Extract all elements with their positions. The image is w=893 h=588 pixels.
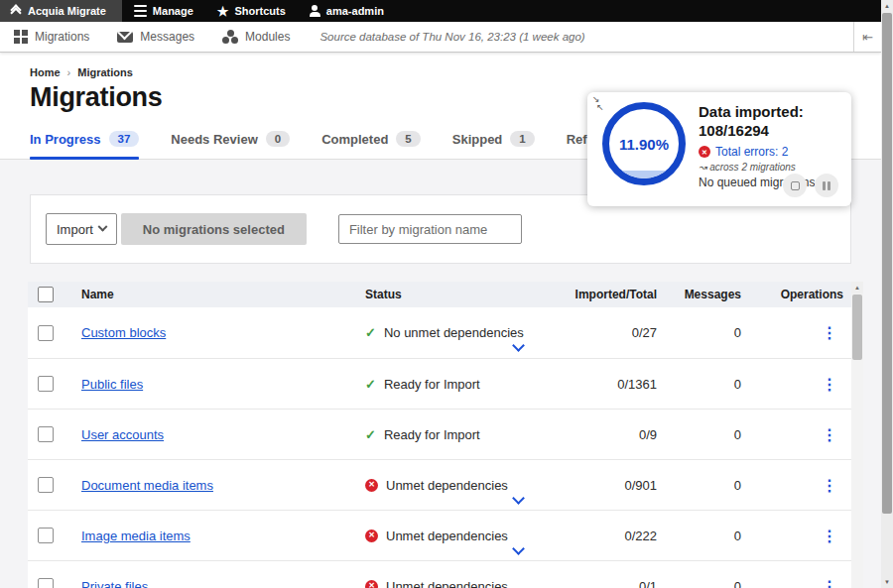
breadcrumb-separator: › — [67, 66, 71, 78]
user-icon — [310, 5, 320, 17]
total-errors-link[interactable]: ✕ Total errors: 2 — [699, 145, 845, 159]
kebab-menu-icon[interactable]: ⋮ — [822, 324, 837, 341]
double-chevron-up-icon — [10, 6, 22, 17]
progress-circle: 11.90% — [602, 102, 686, 185]
migration-name-link[interactable]: Document media items — [81, 478, 213, 493]
progress-percent: 11.90% — [609, 109, 679, 178]
collapse-overlay-icon[interactable]: ↘↖ — [592, 95, 604, 111]
chevron-down-icon — [97, 221, 107, 231]
messages-count: 0 — [657, 427, 741, 442]
imported-total-value: 0/9 — [574, 427, 657, 442]
header-status: Status — [365, 288, 574, 301]
star-icon: ★ — [217, 5, 229, 18]
imported-total-value: 0/1 — [574, 579, 657, 588]
header-imported-total: Imported/Total — [574, 288, 657, 301]
page-scrollbar[interactable]: ▲ ▼ — [881, 0, 893, 588]
status-chevron-down-icon[interactable] — [512, 492, 525, 505]
toolbar-item-migrations[interactable]: Migrations — [0, 22, 103, 52]
row-checkbox[interactable] — [38, 376, 54, 392]
selection-status-button[interactable]: No migrations selected — [121, 213, 307, 245]
logo-label: Acquia Migrate — [28, 5, 106, 17]
check-icon: ✓ — [365, 326, 376, 339]
imported-total-value: 0/222 — [574, 529, 657, 543]
check-icon: ✓ — [365, 428, 376, 441]
user-label: ama-admin — [326, 5, 384, 17]
data-imported-label: Data imported: — [699, 102, 845, 121]
table-row: Document media items ✕ Unmet dependencie… — [28, 459, 851, 510]
import-dropdown-button[interactable]: Import — [46, 213, 117, 245]
table-scrollbar-thumb[interactable] — [852, 294, 862, 360]
stop-import-button[interactable] — [783, 174, 807, 197]
select-all-checkbox[interactable] — [38, 287, 54, 302]
migration-name-link[interactable]: Image media items — [81, 529, 191, 543]
messages-count: 0 — [657, 478, 741, 493]
tab-skipped[interactable]: Skipped 1 — [452, 131, 535, 159]
migration-name-link[interactable]: Custom blocks — [81, 325, 166, 340]
tab-needs-review[interactable]: Needs Review 0 — [171, 131, 290, 159]
table-scroll-up-arrow-icon[interactable]: ▲ — [851, 282, 863, 294]
header-operations: Operations — [741, 288, 851, 301]
kebab-menu-icon[interactable]: ⋮ — [822, 426, 837, 443]
messages-count: 0 — [657, 529, 741, 543]
kebab-menu-icon[interactable]: ⋮ — [822, 528, 837, 544]
status-chevron-down-icon[interactable] — [512, 542, 525, 555]
error-icon: ✕ — [365, 479, 378, 492]
row-checkbox[interactable] — [38, 325, 54, 341]
import-label: Import — [57, 222, 93, 237]
row-checkbox[interactable] — [38, 477, 54, 493]
imported-total-value: 0/27 — [574, 325, 657, 340]
data-imported-count: 108/16294 — [699, 121, 845, 140]
lower-section: Import No migrations selected Name Statu… — [0, 160, 881, 588]
collapse-toolbar-button[interactable]: ⇤ — [853, 22, 881, 52]
status-text: Ready for Import — [384, 377, 480, 392]
row-checkbox[interactable] — [38, 426, 54, 442]
overlay-controls — [783, 174, 838, 197]
page-scrollbar-thumb[interactable] — [882, 13, 892, 514]
table-row: Custom blocks ✓ No unmet dependencies 0/… — [28, 307, 851, 358]
row-checkbox[interactable] — [38, 528, 54, 543]
toolbar-item-messages[interactable]: Messages — [103, 22, 208, 52]
kebab-menu-icon[interactable]: ⋮ — [822, 477, 837, 494]
admin-bar: Acquia Migrate Manage ★ Shortcuts ama-ad… — [0, 0, 881, 22]
tab-count-badge: 1 — [510, 131, 534, 147]
status-chevron-down-icon[interactable] — [512, 339, 525, 352]
breadcrumb-home-link[interactable]: Home — [30, 66, 61, 78]
manage-menu[interactable]: Manage — [122, 0, 205, 22]
user-menu[interactable]: ama-admin — [298, 0, 396, 22]
tab-completed[interactable]: Completed 5 — [321, 131, 421, 159]
table-header-row: Name Status Imported/Total Messages Oper… — [28, 282, 851, 307]
grid-icon — [14, 30, 28, 44]
error-icon: ✕ — [365, 580, 378, 588]
acquia-migrate-logo[interactable]: Acquia Migrate — [0, 0, 122, 22]
pause-import-button[interactable] — [815, 174, 838, 197]
migration-name-link[interactable]: Public files — [81, 377, 143, 392]
across-migrations-note: ↝ across 2 migrations — [699, 162, 845, 173]
status-text: No unmet dependencies — [384, 325, 524, 340]
modules-label: Modules — [245, 30, 290, 44]
shortcuts-menu[interactable]: ★ Shortcuts — [205, 0, 298, 22]
messages-count: 0 — [657, 325, 741, 340]
table-body: Custom blocks ✓ No unmet dependencies 0/… — [28, 307, 851, 588]
shortcuts-label: Shortcuts — [234, 5, 285, 17]
messages-label: Messages — [140, 30, 194, 44]
migration-name-link[interactable]: Private files — [81, 579, 148, 588]
kebab-menu-icon[interactable]: ⋮ — [822, 376, 837, 393]
table-scrollbar[interactable]: ▲ — [851, 282, 863, 588]
error-icon: ✕ — [699, 146, 710, 158]
hamburger-icon — [134, 10, 147, 13]
scroll-up-arrow-icon[interactable]: ▲ — [881, 0, 893, 12]
scroll-down-arrow-icon[interactable]: ▼ — [881, 576, 893, 588]
table-row: Public files ✓ Ready for Import 0/1361 0… — [28, 358, 851, 409]
pause-icon — [823, 181, 830, 190]
migration-name-link[interactable]: User accounts — [81, 427, 164, 442]
migrations-label: Migrations — [35, 30, 89, 44]
tab-count-badge: 37 — [109, 131, 140, 147]
messages-count: 0 — [657, 579, 741, 588]
toolbar-item-modules[interactable]: Modules — [208, 22, 304, 52]
error-icon: ✕ — [365, 529, 378, 542]
tab-in-progress[interactable]: In Progress 37 — [30, 131, 139, 159]
row-checkbox[interactable] — [38, 578, 54, 588]
migration-filter-input[interactable] — [338, 214, 522, 244]
kebab-menu-icon[interactable]: ⋮ — [822, 578, 837, 588]
table-row: User accounts ✓ Ready for Import 0/9 0 ⋮ — [28, 409, 851, 459]
